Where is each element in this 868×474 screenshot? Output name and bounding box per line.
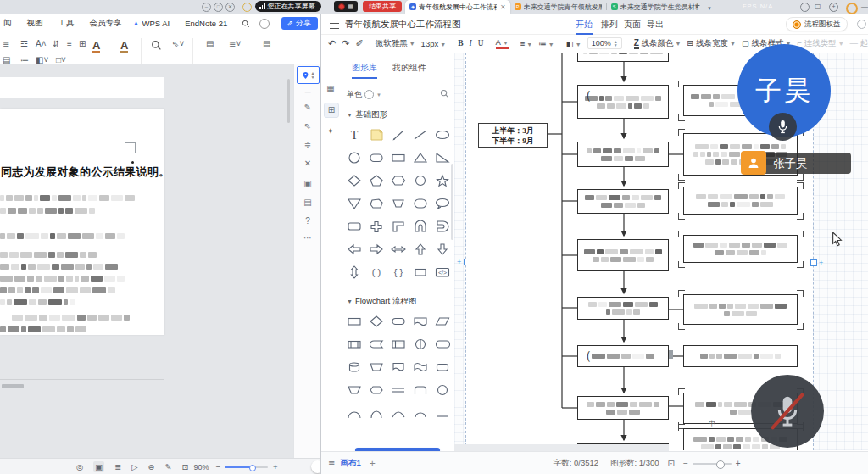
- flow-node[interactable]: [577, 297, 669, 320]
- zoom-slider[interactable]: [225, 466, 268, 468]
- schedule-note-box[interactable]: 上半年：3月下半年：9月: [478, 123, 548, 148]
- shape-sticky-note-icon[interactable]: [365, 123, 387, 146]
- zoom-value-box[interactable]: 100%▲▼: [587, 37, 622, 49]
- shape-squircle-icon[interactable]: [409, 192, 431, 215]
- select-cursor-icon[interactable]: ⇖˅: [172, 39, 184, 48]
- wps-menu-ai[interactable]: WPS AI: [139, 19, 177, 28]
- styleset-a-icon[interactable]: A: [120, 40, 128, 53]
- play-icon[interactable]: ▷: [131, 462, 137, 471]
- shape-triangle-icon[interactable]: [409, 146, 431, 169]
- canvas-zoom-in-icon[interactable]: +: [736, 459, 741, 468]
- shape-database-icon[interactable]: [343, 355, 365, 378]
- shuffle-icon[interactable]: ✕: [294, 159, 320, 168]
- shape-text-icon[interactable]: T: [343, 123, 365, 146]
- gallery-icon[interactable]: ▤: [294, 198, 320, 207]
- page-add-left-plus[interactable]: +: [457, 259, 461, 265]
- canvas-hscroll-track[interactable]: [454, 444, 669, 451]
- shape-code-block-icon[interactable]: </>: [431, 260, 453, 283]
- collapse-icon[interactable]: ─: [294, 87, 320, 97]
- zoom-out-icon[interactable]: −: [215, 462, 220, 471]
- adjust-icon[interactable]: ≑: [294, 140, 320, 149]
- outline-view-icon[interactable]: ≣: [114, 462, 121, 471]
- font-size-select[interactable]: 13px▼: [421, 39, 447, 48]
- canvas-zoom-knob[interactable]: [716, 460, 725, 469]
- wps-menu-member[interactable]: 会员专享: [82, 18, 130, 29]
- shape-arrow-right-icon[interactable]: [365, 237, 387, 260]
- shape-circle-small-icon[interactable]: [409, 169, 431, 192]
- line-color-button[interactable]: Z 线条颜色▼: [634, 38, 682, 49]
- pin-stepper-icon[interactable]: ▲▼: [311, 71, 315, 80]
- search-icon[interactable]: [242, 20, 250, 28]
- location-pin-button[interactable]: ▲▼: [297, 66, 320, 84]
- shape-line-icon[interactable]: [409, 123, 431, 146]
- extensions-icon[interactable]: +: [829, 3, 838, 12]
- zoom-in-icon[interactable]: +: [273, 462, 278, 471]
- shape-arrow-up-icon[interactable]: [409, 237, 431, 260]
- shape-parallelogram-icon[interactable]: [431, 309, 453, 332]
- shape-arc-1-icon[interactable]: [343, 401, 365, 424]
- new-tab-button[interactable]: +: [695, 2, 700, 10]
- edit-icon[interactable]: ✎: [165, 462, 172, 471]
- ai-doc-icon[interactable]: ▤: [206, 39, 214, 48]
- hamburger-menu-icon[interactable]: [330, 20, 339, 29]
- browser-window-icon[interactable]: ▢: [815, 3, 821, 11]
- shape-alternate-process-icon[interactable]: [431, 355, 453, 378]
- flow-node[interactable]: [683, 187, 798, 215]
- shape-inverted-trapezoid-icon[interactable]: [343, 378, 365, 401]
- smart-doc-icon[interactable]: ▤: [263, 39, 270, 48]
- shape-arc-3-icon[interactable]: [387, 401, 409, 424]
- line-width-button[interactable]: ⊟ 线条宽度▼: [687, 38, 736, 49]
- align-distribute-icon[interactable]: ≣: [3, 39, 9, 48]
- shape-arch-icon[interactable]: [409, 215, 431, 237]
- section-flowchart[interactable]: ▼Flowchart 流程图: [347, 296, 416, 307]
- page-handle-left[interactable]: [464, 259, 470, 265]
- flow-node[interactable]: [683, 294, 798, 325]
- menu-start[interactable]: 开始: [576, 19, 593, 35]
- image-icon[interactable]: ▣: [294, 179, 320, 188]
- canvas-tab[interactable]: 画布1: [340, 458, 360, 469]
- header-help-icon[interactable]: [857, 20, 866, 29]
- shape-search-icon[interactable]: [440, 89, 449, 98]
- shape-double-line-icon[interactable]: [387, 378, 409, 401]
- wps-close-icon[interactable]: ✕: [225, 3, 235, 12]
- zoom-slider-knob[interactable]: [249, 465, 256, 471]
- shape-parentheses-icon[interactable]: ( ): [365, 260, 387, 283]
- document-scrollbar-thumb[interactable]: [287, 79, 290, 123]
- find-icon[interactable]: [151, 40, 162, 51]
- shape-arc-2-icon[interactable]: [365, 401, 387, 424]
- shape-arrow-vertical-icon[interactable]: [343, 260, 365, 283]
- shape-heptagon-icon[interactable]: [365, 192, 387, 215]
- flowchart-rights-button[interactable]: 流程图权益: [786, 17, 848, 31]
- wps-minimize-icon[interactable]: –: [202, 3, 211, 12]
- shape-diamond-icon[interactable]: [343, 169, 365, 192]
- mic-indicator[interactable]: [769, 113, 797, 141]
- add-canvas-button[interactable]: +: [370, 458, 376, 470]
- panel-scrollbar-thumb[interactable]: [451, 164, 453, 240]
- shape-process-icon[interactable]: [343, 309, 365, 332]
- flow-node[interactable]: （: [577, 345, 669, 367]
- browser-minimize-icon[interactable]: —: [861, 3, 868, 11]
- shape-preparation-icon[interactable]: [365, 378, 387, 401]
- shape-document-2-icon[interactable]: [387, 355, 409, 378]
- shape-ellipse-icon[interactable]: [431, 123, 453, 146]
- shape-rounded-rectangle-icon[interactable]: [365, 146, 387, 169]
- shape-terminator-icon[interactable]: [387, 309, 409, 332]
- more-icon[interactable]: ⋯: [294, 233, 320, 243]
- spellcheck-icon[interactable]: ◎: [76, 462, 83, 471]
- shape-inverted-triangle-icon[interactable]: [343, 192, 365, 215]
- format-painter-icon[interactable]: ✐: [355, 38, 363, 49]
- shape-or-junction-icon[interactable]: [409, 332, 431, 355]
- shape-circle-icon[interactable]: [343, 146, 365, 169]
- shape-direct-data-icon[interactable]: [431, 332, 453, 355]
- flow-node[interactable]: [577, 189, 669, 214]
- line-spacing-icon[interactable]: ⇵: [53, 39, 59, 48]
- tab-shape-library[interactable]: 图形库: [352, 62, 377, 79]
- font-color-button[interactable]: A▼: [496, 38, 509, 49]
- menu-page[interactable]: 页面: [624, 19, 641, 31]
- help-icon[interactable]: ?: [294, 216, 320, 226]
- zoom-level-label[interactable]: 90%: [193, 463, 209, 471]
- magic-panel-icon[interactable]: ✦: [324, 125, 337, 138]
- redo-icon[interactable]: ↷: [342, 38, 349, 49]
- browser-tab[interactable]: S 未来交通学院学生党员材料审查目示: [607, 0, 703, 14]
- shape-decision-icon[interactable]: [365, 309, 387, 332]
